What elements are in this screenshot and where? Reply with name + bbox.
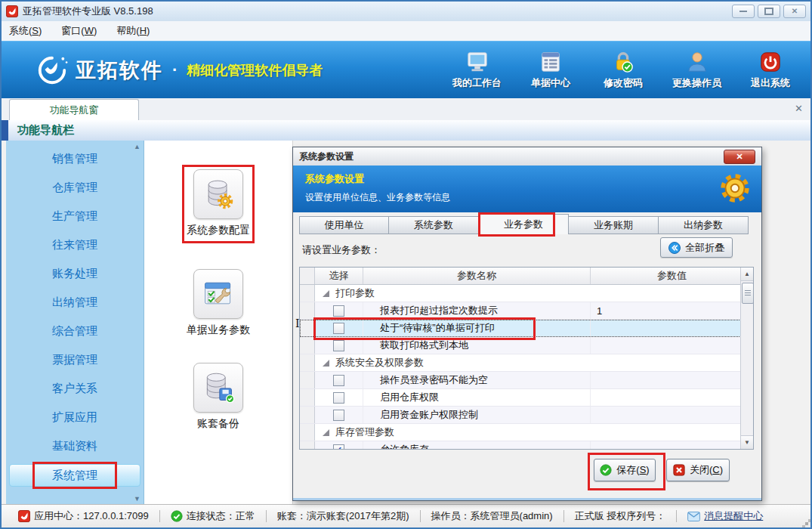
dialog-close-button[interactable]: ✕ — [724, 150, 755, 164]
dialog-tab[interactable]: 业务参数 — [479, 214, 569, 234]
table-row[interactable]: 库存管理参数 — [300, 424, 753, 441]
scroll-up-icon[interactable]: ▲ — [741, 268, 753, 281]
system-params-config-icon-button[interactable] — [193, 169, 243, 219]
checkbox-cell — [315, 302, 363, 319]
sidebar-item[interactable]: 票据管理 — [9, 349, 140, 370]
scroll-down-icon[interactable]: ▼ — [741, 435, 753, 449]
change-password-button[interactable]: 修改密码 — [600, 51, 647, 90]
sidebar-scroll-down-icon[interactable]: ▼ — [134, 495, 140, 503]
my-workspace-button[interactable]: 我的工作台 — [452, 51, 502, 90]
expand-triangle-icon[interactable] — [323, 429, 329, 436]
highlight-box — [478, 212, 555, 237]
dialog-toolbar: 请设置业务参数： 全部折叠 — [293, 234, 761, 263]
monitor-icon — [466, 51, 489, 73]
group-row-cell[interactable]: 系统安全及权限参数 — [315, 354, 753, 371]
param-value-cell[interactable] — [591, 441, 753, 450]
param-value-cell[interactable] — [591, 372, 753, 388]
dialog-tab[interactable]: 使用单位 — [299, 216, 389, 234]
status-segment[interactable]: 消息提醒中心 — [677, 509, 773, 523]
nav-band-accent — [2, 120, 8, 141]
sidebar-scroll-up-icon[interactable]: ▲ — [134, 143, 140, 150]
status-segment: 账套：演示账套(2017年第2期) — [267, 509, 420, 523]
column-header-param-value[interactable]: 参数值 — [591, 268, 753, 284]
group-name: 库存管理参数 — [335, 425, 394, 439]
param-value-cell[interactable] — [591, 407, 753, 423]
table-row[interactable]: 启用仓库权限 — [300, 389, 753, 407]
scrollbar-thumb[interactable] — [742, 283, 754, 304]
table-row[interactable]: 操作员登录密码不能为空 — [300, 372, 753, 389]
resize-grip[interactable] — [805, 522, 808, 525]
param-value-cell[interactable] — [591, 337, 753, 354]
dialog-tab[interactable]: 业务账期 — [569, 216, 659, 234]
sidebar-item[interactable]: 销售管理 — [9, 148, 140, 169]
maximize-button[interactable] — [758, 5, 780, 18]
row-header-cell — [300, 389, 315, 406]
sidebar-item[interactable]: 仓库管理 — [9, 177, 140, 198]
exit-system-button[interactable]: 退出系统 — [747, 51, 794, 90]
dialog-close-footer-button[interactable]: 关闭(C) — [666, 459, 730, 481]
dialog-tab[interactable]: 出纳参数 — [659, 216, 749, 234]
sidebar-item[interactable]: 基础资料 — [9, 435, 140, 456]
system-params-config-shortcut[interactable]: 系统参数配置 — [144, 169, 292, 237]
sidebar-item[interactable]: 系统管理 — [9, 464, 140, 487]
expand-triangle-icon[interactable] — [323, 290, 329, 297]
param-value-cell[interactable]: 1 — [591, 302, 753, 319]
dialog-banner: 系统参数设置 设置使用单位信息、业务参数等信息 — [293, 166, 761, 212]
save-button[interactable]: 保存(S) — [594, 459, 656, 481]
sidebar-item[interactable]: 出纳管理 — [9, 292, 140, 313]
table-row[interactable]: 报表打印超过指定次数提示1 — [300, 302, 753, 320]
save-check-icon — [600, 464, 612, 476]
sidebar-item[interactable]: 扩展应用 — [9, 407, 140, 428]
row-checkbox[interactable]: ✓ — [333, 444, 344, 450]
tab-function-nav[interactable]: 功能导航窗 — [9, 99, 139, 121]
row-checkbox[interactable] — [333, 305, 344, 317]
row-checkbox[interactable] — [333, 375, 344, 386]
row-checkbox[interactable] — [333, 392, 344, 404]
sidebar-item[interactable]: 生产管理 — [9, 206, 140, 227]
table-row[interactable]: 打印参数 — [300, 285, 753, 302]
document-center-button[interactable]: 单据中心 — [527, 51, 574, 90]
sidebar-item[interactable]: 客户关系 — [9, 378, 140, 399]
table-row[interactable]: 处于“待审核”的单据可打印 — [300, 320, 753, 337]
menu-item[interactable]: 窗口(W) — [61, 24, 97, 38]
table-row[interactable]: ✓允许负库存 — [300, 441, 753, 450]
column-header-param-name[interactable]: 参数名称 — [363, 268, 591, 284]
brand-logo-icon — [36, 54, 68, 86]
table-row[interactable]: 启用资金账户权限控制 — [300, 407, 753, 424]
row-checkbox[interactable] — [333, 323, 344, 334]
row-checkbox[interactable] — [333, 340, 344, 351]
table-scrollbar[interactable]: ▲ ▼ — [740, 268, 753, 449]
sidebar-item[interactable]: 账务处理 — [9, 263, 140, 284]
document-tabstrip: 功能导航窗 ✕ — [2, 98, 810, 121]
minimize-button[interactable] — [732, 5, 755, 18]
system-params-config-label: 系统参数配置 — [187, 224, 250, 237]
account-backup-shortcut[interactable]: 账套备份 — [144, 363, 292, 431]
group-row-cell[interactable]: 库存管理参数 — [315, 424, 753, 441]
menu-item[interactable]: 系统(S) — [9, 24, 42, 38]
collapse-all-button[interactable]: 全部折叠 — [660, 237, 733, 258]
checkbox-cell — [315, 372, 363, 388]
param-value-cell[interactable] — [591, 320, 753, 336]
menu-item[interactable]: 帮助(H) — [116, 24, 150, 38]
row-checkbox[interactable] — [333, 410, 344, 421]
expand-triangle-icon[interactable] — [323, 360, 329, 367]
brand-area: 亚拓软件 · 精细化管理软件倡导者 — [2, 54, 323, 86]
close-button[interactable]: ✕ — [783, 5, 806, 18]
sidebar-item[interactable]: 综合管理 — [9, 320, 140, 342]
checkbox-cell — [315, 389, 363, 406]
table-row[interactable]: 系统安全及权限参数 — [300, 354, 753, 372]
group-row-cell[interactable]: 打印参数 — [315, 285, 753, 302]
dialog-banner-title: 系统参数设置 — [305, 172, 749, 186]
account-backup-icon-button[interactable] — [193, 363, 243, 413]
table-row[interactable]: 获取打印格式到本地 — [300, 337, 753, 354]
sidebar-item[interactable]: 往来管理 — [9, 234, 140, 255]
column-header-select[interactable]: 选择 — [315, 268, 363, 284]
tabstrip-close-icon[interactable]: ✕ — [795, 103, 803, 114]
doc-business-params-shortcut[interactable]: 单据业务参数 — [144, 269, 292, 337]
param-value-cell[interactable] — [591, 389, 753, 406]
dialog-tab[interactable]: 系统参数 — [389, 216, 479, 234]
status-text: 应用中心：127.0.0.1:7099 — [34, 509, 149, 523]
message-center-link[interactable]: 消息提醒中心 — [704, 509, 763, 523]
doc-business-params-icon-button[interactable] — [193, 269, 243, 319]
switch-operator-button[interactable]: 更换操作员 — [672, 51, 721, 90]
